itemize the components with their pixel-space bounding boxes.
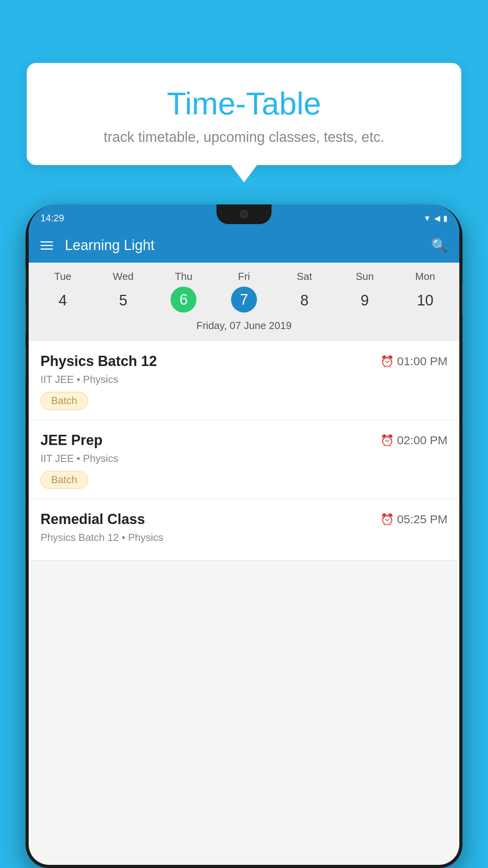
date-5[interactable]: 5 xyxy=(93,287,154,314)
volume-up-button xyxy=(26,303,26,334)
menu-icon[interactable] xyxy=(40,241,53,250)
date-4[interactable]: 4 xyxy=(33,287,93,314)
phone-frame: 14:29 ▼ ◀ ▮ Learning Light 🔍 Tue Wed Thu xyxy=(26,204,462,868)
app-bar: Learning Light 🔍 xyxy=(29,228,459,263)
app-title: Learning Light xyxy=(65,237,419,254)
time-label-3: 05:25 PM xyxy=(397,513,448,526)
wifi-icon: ▼ xyxy=(423,214,431,223)
date-8[interactable]: 8 xyxy=(274,287,335,314)
tooltip-title: Time-Table xyxy=(54,86,434,121)
schedule-list: Physics Batch 12 ⏰ 01:00 PM IIT JEE • Ph… xyxy=(29,341,459,561)
time-label-1: 01:00 PM xyxy=(397,355,448,368)
day-tue: Tue xyxy=(33,270,93,283)
batch-badge-1: Batch xyxy=(40,392,88,410)
schedule-title-2: JEE Prep xyxy=(40,432,103,449)
schedule-item-header-2: JEE Prep ⏰ 02:00 PM xyxy=(40,432,448,449)
signal-icon: ◀ xyxy=(434,213,440,223)
tooltip-subtitle: track timetable, upcoming classes, tests… xyxy=(54,129,434,145)
day-thu: Thu xyxy=(153,270,214,283)
camera-notch xyxy=(240,210,248,219)
schedule-item-3[interactable]: Remedial Class ⏰ 05:25 PM Physics Batch … xyxy=(29,499,459,561)
schedule-item-1[interactable]: Physics Batch 12 ⏰ 01:00 PM IIT JEE • Ph… xyxy=(29,341,459,420)
phone-screen: 14:29 ▼ ◀ ▮ Learning Light 🔍 Tue Wed Thu xyxy=(29,204,459,865)
schedule-meta-3: Physics Batch 12 • Physics xyxy=(40,531,448,544)
calendar-section: Tue Wed Thu Fri Sat Sun Mon 4 5 6 7 8 9 … xyxy=(29,263,459,341)
power-button xyxy=(462,283,462,314)
schedule-time-3: ⏰ 05:25 PM xyxy=(380,513,448,526)
date-6-today[interactable]: 6 xyxy=(171,287,196,313)
selected-date-label: Friday, 07 June 2019 xyxy=(29,320,459,337)
tooltip-card: Time-Table track timetable, upcoming cla… xyxy=(27,63,461,165)
volume-silent-button xyxy=(26,267,26,289)
status-time: 14:29 xyxy=(40,213,64,224)
day-mon: Mon xyxy=(395,270,455,283)
clock-icon-3: ⏰ xyxy=(380,513,394,526)
day-wed: Wed xyxy=(93,270,154,283)
time-label-2: 02:00 PM xyxy=(397,434,448,447)
clock-icon-2: ⏰ xyxy=(380,434,394,447)
date-7-selected[interactable]: 7 xyxy=(231,287,257,313)
schedule-time-2: ⏰ 02:00 PM xyxy=(380,434,448,447)
dates-row: 4 5 6 7 8 9 10 xyxy=(29,287,459,314)
status-icons: ▼ ◀ ▮ xyxy=(423,213,448,223)
schedule-item-header-1: Physics Batch 12 ⏰ 01:00 PM xyxy=(40,353,448,370)
schedule-meta-1: IIT JEE • Physics xyxy=(40,373,448,386)
schedule-title-1: Physics Batch 12 xyxy=(40,353,157,370)
day-fri: Fri xyxy=(214,270,274,283)
schedule-time-1: ⏰ 01:00 PM xyxy=(380,355,448,368)
schedule-item-header-3: Remedial Class ⏰ 05:25 PM xyxy=(40,511,448,528)
days-header: Tue Wed Thu Fri Sat Sun Mon xyxy=(29,270,459,283)
date-9[interactable]: 9 xyxy=(335,287,395,314)
batch-badge-2: Batch xyxy=(40,471,88,489)
day-sun: Sun xyxy=(335,270,395,283)
day-sat: Sat xyxy=(274,270,335,283)
schedule-meta-2: IIT JEE • Physics xyxy=(40,452,448,465)
battery-icon: ▮ xyxy=(443,213,448,223)
schedule-title-3: Remedial Class xyxy=(40,511,145,528)
search-icon[interactable]: 🔍 xyxy=(431,237,448,253)
schedule-item-2[interactable]: JEE Prep ⏰ 02:00 PM IIT JEE • Physics Ba… xyxy=(29,420,459,499)
volume-down-button xyxy=(26,346,26,377)
clock-icon-1: ⏰ xyxy=(380,355,394,368)
phone-notch xyxy=(216,204,272,224)
date-10[interactable]: 10 xyxy=(395,287,455,314)
